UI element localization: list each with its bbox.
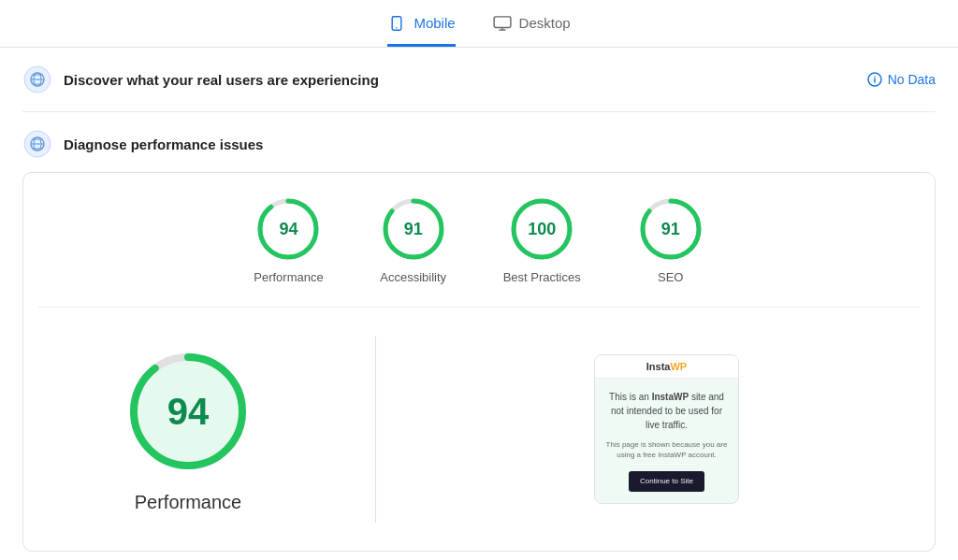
score-item-best-practices[interactable]: 100 Best Practices: [503, 195, 581, 284]
screenshot-button[interactable]: Continue to Site: [629, 471, 704, 492]
no-data-link[interactable]: No Data: [867, 72, 936, 87]
svg-point-13: [874, 76, 876, 78]
no-data-label: No Data: [888, 72, 936, 87]
detail-label: Performance: [135, 492, 242, 513]
score-label-accessibility: Accessibility: [380, 270, 446, 284]
circle-accessibility: 91: [380, 195, 447, 263]
score-item-seo[interactable]: 91 SEO: [637, 195, 704, 284]
info-icon: [867, 72, 882, 87]
main-text-brand: InstaWP: [652, 392, 689, 402]
svg-point-1: [397, 27, 399, 29]
detail-score: 94: [167, 390, 210, 432]
score-label-best-practices: Best Practices: [503, 270, 581, 284]
circle-seo: 91: [637, 195, 704, 263]
score-item-performance[interactable]: 94 Performance: [254, 195, 323, 284]
detail-left: 94 Performance: [38, 346, 338, 513]
screenshot-sub-text: This page is shown because you are using…: [604, 439, 729, 460]
score-value-performance: 94: [279, 220, 298, 239]
tab-bar: Mobile Desktop: [0, 0, 958, 48]
main-content: Discover what your real users are experi…: [0, 48, 958, 552]
screenshot-card: InstaWP This is an InstaWP site and not …: [594, 354, 739, 504]
real-users-title: Discover what your real users are experi…: [64, 72, 379, 88]
tab-desktop[interactable]: Desktop: [493, 15, 571, 47]
main-text-prefix: This is an: [609, 392, 652, 402]
real-users-bar: Discover what your real users are experi…: [22, 48, 936, 112]
desktop-icon: [493, 16, 512, 31]
scores-row: 94 Performance 91 Accessibility: [38, 195, 920, 308]
screenshot-body: This is an InstaWP site and not intended…: [595, 379, 738, 503]
detail-divider: [375, 336, 376, 523]
score-item-accessibility[interactable]: 91 Accessibility: [380, 195, 447, 284]
detail-section: 94 Performance InstaWP This is an InstaW…: [38, 308, 920, 551]
score-card: 94 Performance 91 Accessibility: [22, 172, 936, 552]
score-value-best-practices: 100: [528, 220, 556, 239]
globe-icon: [22, 65, 52, 94]
brand-prefix: Insta: [646, 361, 671, 372]
circle-best-practices: 100: [508, 195, 575, 263]
svg-rect-2: [494, 16, 511, 27]
tab-mobile-label: Mobile: [414, 15, 455, 31]
diagnose-bar: Diagnose performance issues: [22, 112, 936, 172]
diagnose-icon: [22, 129, 52, 159]
real-users-left: Discover what your real users are experi…: [22, 65, 379, 94]
tab-mobile[interactable]: Mobile: [387, 15, 455, 47]
tab-desktop-label: Desktop: [519, 15, 571, 31]
circle-performance: 94: [254, 195, 322, 263]
brand-suffix: WP: [670, 361, 687, 372]
score-value-seo: 91: [661, 220, 680, 239]
score-label-performance: Performance: [254, 270, 323, 284]
diagnose-title: Diagnose performance issues: [64, 136, 263, 152]
screenshot-header: InstaWP: [595, 355, 738, 379]
screenshot-main-text: This is an InstaWP site and not intended…: [604, 390, 729, 432]
score-label-seo: SEO: [658, 270, 683, 284]
detail-right: InstaWP This is an InstaWP site and not …: [414, 354, 920, 504]
mobile-icon: [387, 16, 406, 31]
large-circle: 94: [123, 346, 254, 477]
score-value-accessibility: 91: [404, 220, 423, 239]
